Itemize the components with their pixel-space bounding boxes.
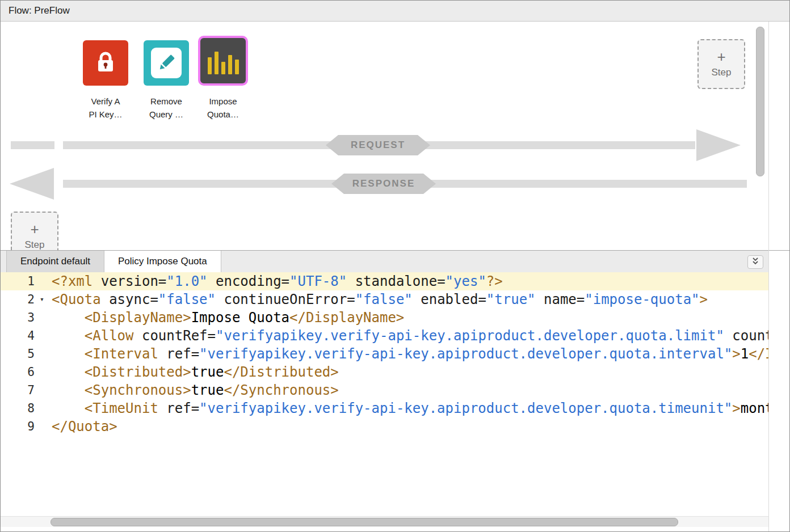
fold-spacer [35, 363, 49, 381]
tab-endpoint-default[interactable]: Endpoint default [6, 251, 104, 272]
code-line-7[interactable]: 7 <Synchronous>true</Synchronous> [1, 381, 768, 399]
code-text: </Quota> [52, 417, 117, 436]
code-line-2[interactable]: 2▾<Quota async="false" continueOnError="… [1, 290, 768, 309]
code-text: <TimeUnit ref="verifyapikey.verify-api-k… [52, 399, 768, 417]
tab-policy-impose-quota[interactable]: Policy Impose Quota [104, 251, 221, 272]
code-text: <Allow countRef="verifyapikey.verify-api… [52, 327, 768, 345]
policy-impose-quota-selected[interactable]: Impose Quota… [192, 36, 254, 121]
pencil-icon [144, 40, 189, 86]
double-chevron-down-icon [751, 257, 759, 267]
xml-code-editor[interactable]: 1<?xml version="1.0" encoding="UTF-8" st… [1, 272, 768, 512]
code-text: <Interval ref="verifyapikey.verify-api-k… [52, 345, 768, 363]
response-label-badge: RESPONSE [331, 174, 436, 194]
policy-label: Verify A PI Key… [77, 95, 134, 121]
editor-horizontal-scrollbar[interactable] [1, 516, 768, 527]
line-number: 1 [1, 272, 35, 290]
flow-canvas[interactable]: Verify A PI Key… Remove Query … [1, 21, 789, 250]
code-line-5[interactable]: 5 <Interval ref="verifyapikey.verify-api… [1, 345, 768, 363]
flow-title: Flow: PreFlow [1, 5, 70, 16]
fold-spacer [35, 381, 49, 399]
code-text: <DisplayName>Impose Quota</DisplayName> [52, 309, 404, 327]
line-number: 3 [1, 309, 35, 327]
plus-icon: + [717, 50, 725, 64]
request-label-badge: REQUEST [326, 135, 430, 155]
line-number: 6 [1, 363, 35, 381]
fold-spacer [35, 272, 49, 290]
code-line-1[interactable]: 1<?xml version="1.0" encoding="UTF-8" st… [1, 272, 768, 290]
fold-spacer [35, 345, 49, 363]
code-line-9[interactable]: 9</Quota> [1, 417, 768, 436]
fold-spacer [35, 417, 49, 436]
line-number: 9 [1, 417, 35, 436]
line-number: 7 [1, 381, 35, 399]
policy-verify-api-key[interactable]: Verify A PI Key… [77, 40, 134, 121]
fold-spacer [35, 327, 49, 345]
line-number: 8 [1, 399, 35, 417]
editor-horizontal-scrollbar-thumb[interactable] [51, 518, 678, 526]
request-flow-bar-start [11, 141, 54, 149]
plus-icon: + [30, 222, 39, 236]
code-text: <?xml version="1.0" encoding="UTF-8" sta… [52, 272, 503, 290]
lock-icon [83, 40, 128, 86]
line-number: 4 [1, 327, 35, 345]
code-text: <Quota async="false" continueOnError="fa… [52, 290, 708, 309]
line-number: 5 [1, 345, 35, 363]
flow-vertical-scrollbar-thumb[interactable] [756, 27, 764, 176]
policy-label: Remove Query … [138, 95, 195, 121]
policy-label: Impose Quota… [192, 95, 254, 121]
right-rail-divider [768, 21, 769, 531]
fold-arrow-icon[interactable]: ▾ [35, 290, 49, 309]
code-text: <Distributed>true</Distributed> [52, 363, 339, 381]
response-arrowhead-icon [10, 168, 54, 200]
request-arrowhead-icon [696, 129, 741, 161]
editor-pane: Endpoint default Policy Impose Quota 1<?… [1, 250, 789, 531]
code-line-6[interactable]: 6 <Distributed>true</Distributed> [1, 363, 768, 381]
code-text: <Synchronous>true</Synchronous> [52, 381, 339, 399]
proxy-editor-window: Flow: PreFlow Verify A PI Key… [0, 0, 790, 532]
flow-header: Flow: PreFlow [1, 1, 789, 22]
code-line-3[interactable]: 3 <DisplayName>Impose Quota</DisplayName… [1, 309, 768, 327]
code-line-4[interactable]: 4 <Allow countRef="verifyapikey.verify-a… [1, 327, 768, 345]
policy-remove-query-param[interactable]: Remove Query … [138, 40, 195, 121]
quota-bars-icon [198, 36, 248, 86]
code-lines: 1<?xml version="1.0" encoding="UTF-8" st… [1, 272, 768, 436]
fold-spacer [35, 309, 49, 327]
editor-tab-bar: Endpoint default Policy Impose Quota [1, 251, 768, 273]
code-line-8[interactable]: 8 <TimeUnit ref="verifyapikey.verify-api… [1, 399, 768, 417]
fold-spacer [35, 399, 49, 417]
collapse-editor-pane-button[interactable] [747, 255, 763, 269]
add-step-button-request[interactable]: + Step [697, 39, 745, 89]
line-number: 2 [1, 290, 35, 309]
add-step-button-response[interactable]: + Step [11, 212, 58, 250]
